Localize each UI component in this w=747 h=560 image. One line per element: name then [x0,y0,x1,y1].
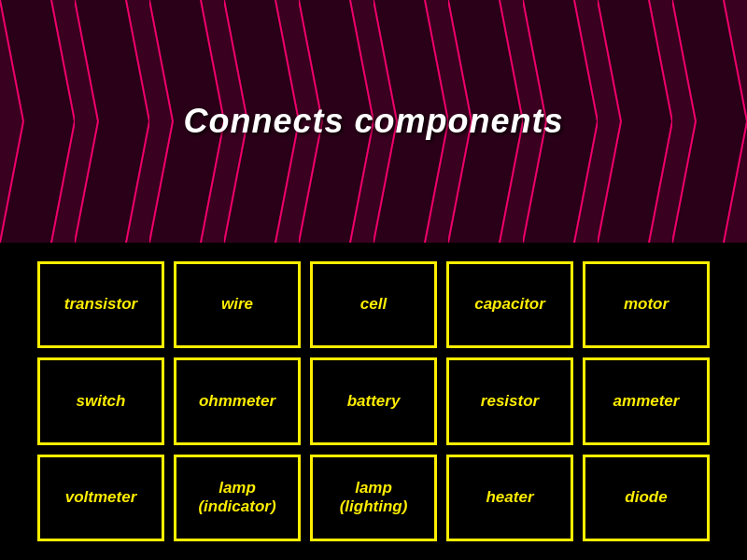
header-banner: Connects components [0,0,747,243]
grid-label-ammeter: ammeter [613,392,680,411]
grid-cell-lamp-lighting[interactable]: lamp (lighting) [310,455,437,541]
grid-label-diode: diode [625,488,667,507]
grid-cell-transistor[interactable]: transistor [37,261,164,348]
grid-cell-cell[interactable]: cell [310,261,437,348]
grid-label-voltmeter: voltmeter [65,488,137,507]
grid-label-resistor: resistor [481,392,539,411]
grid-label-ohmmeter: ohmmeter [199,392,275,411]
grid-cell-ammeter[interactable]: ammeter [583,357,710,444]
grid-label-lamp-indicator: lamp (indicator) [184,479,290,517]
grid-cell-wire[interactable]: wire [174,261,301,348]
grid-label-transistor: transistor [64,295,137,314]
grid-cell-switch[interactable]: switch [37,357,164,444]
grid-cell-battery[interactable]: battery [310,357,437,444]
grid-label-motor: motor [624,295,669,314]
grid-cell-resistor[interactable]: resistor [446,357,573,444]
grid-cell-motor[interactable]: motor [583,261,710,348]
grid-label-lamp-lighting: lamp (lighting) [320,479,427,517]
grid-cell-voltmeter[interactable]: voltmeter [37,455,164,541]
page-title: Connects components [183,102,563,141]
grid-label-battery: battery [347,392,401,411]
grid-label-capacitor: capacitor [474,295,545,314]
components-grid: transistorwirecellcapacitormotorswitchoh… [0,243,747,560]
grid-cell-diode[interactable]: diode [583,455,710,541]
grid-label-cell: cell [360,295,387,314]
grid-label-heater: heater [486,488,533,507]
grid-cell-ohmmeter[interactable]: ohmmeter [174,357,301,444]
grid-cell-heater[interactable]: heater [446,455,573,541]
grid-label-wire: wire [221,295,253,314]
grid-cell-lamp-indicator[interactable]: lamp (indicator) [174,455,301,541]
grid-cell-capacitor[interactable]: capacitor [446,261,573,348]
grid-label-switch: switch [77,392,126,411]
